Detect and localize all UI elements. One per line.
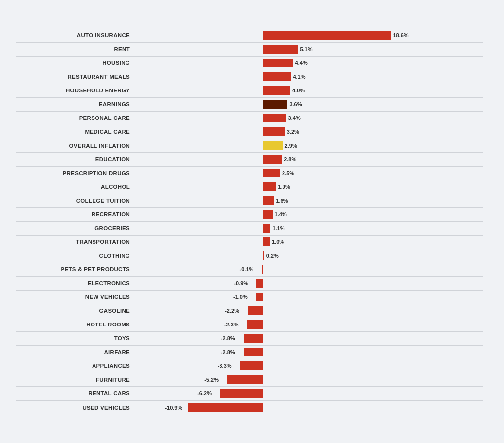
zero-line [263, 277, 263, 290]
bar-value: 3.2% [287, 129, 299, 135]
bar-row: OVERALL INFLATION2.9% [16, 139, 483, 153]
zero-line [263, 263, 263, 276]
bar [263, 155, 282, 164]
bar-row: PRESCRIPTION DRUGS2.5% [16, 167, 483, 180]
bar-value: 4.4% [295, 60, 308, 66]
bar-row: AIRFARE-2.8% [16, 346, 483, 359]
bar-chart-area: 1.1% [134, 222, 483, 235]
bar-chart-area: -5.2% [134, 373, 483, 386]
bar-label: AUTO INSURANCE [16, 32, 134, 38]
bar-label: APPLIANCES [16, 363, 134, 369]
zero-line [263, 249, 263, 263]
bar-label: HOUSEHOLD ENERGY [16, 88, 134, 93]
bar-value: -2.8% [221, 335, 504, 341]
bar-value: -0.1% [240, 266, 504, 272]
zero-line [263, 236, 263, 249]
bar-value: -2.8% [221, 349, 504, 355]
bar [256, 293, 263, 301]
bar-chart-area: 1.0% [134, 236, 483, 249]
zero-line [263, 84, 263, 97]
bar [220, 389, 263, 398]
bar-label: AIRFARE [16, 349, 134, 355]
bar [247, 320, 263, 329]
bar-row: NEW VEHICLES-1.0% [16, 291, 483, 304]
bar-row: PETS & PET PRODUCTS-0.1% [16, 263, 483, 277]
bar-row: EDUCATION2.8% [16, 153, 483, 167]
zero-line [263, 43, 263, 56]
bar-chart-area: 3.4% [134, 112, 483, 125]
bar-label: HOTEL ROOMS [16, 322, 134, 327]
bar-row: RENTAL CARS-6.2% [16, 387, 483, 401]
bar [244, 348, 263, 356]
bar [244, 334, 263, 343]
bar-value: 4.1% [293, 74, 305, 80]
bar-chart-area: 1.6% [134, 194, 483, 207]
bar [263, 210, 273, 219]
bar [263, 45, 298, 54]
bar [188, 403, 263, 412]
bar-value: 4.0% [292, 88, 305, 93]
bar-row: MEDICAL CARE3.2% [16, 125, 483, 139]
bar-chart-area: -3.3% [134, 359, 483, 373]
bar-value: 3.6% [289, 101, 302, 107]
bar-label: PETS & PET PRODUCTS [16, 266, 134, 272]
bar-value: 2.9% [285, 143, 297, 148]
bar-label: NEW VEHICLES [16, 294, 134, 300]
chart-container: AUTO INSURANCE18.6%RENT5.1%HOUSING4.4%RE… [11, 19, 493, 424]
bar [263, 127, 285, 136]
bar-row: TRANSPORTATION1.0% [16, 236, 483, 249]
bar-row: ALCOHOL1.9% [16, 180, 483, 194]
bar-chart-area: -2.2% [134, 304, 483, 318]
bar-label: CLOTHING [16, 253, 134, 259]
bar [240, 361, 263, 370]
bar-chart-area: -2.8% [134, 332, 483, 345]
zero-line [263, 167, 263, 180]
bar-value: -0.9% [234, 280, 504, 286]
bar [256, 279, 263, 288]
bar-row: AUTO INSURANCE18.6% [16, 29, 483, 43]
bar-row: APPLIANCES-3.3% [16, 359, 483, 373]
bar-label: RESTAURANT MEALS [16, 74, 134, 80]
bar [263, 224, 270, 233]
bar-value: -1.0% [233, 294, 504, 300]
bar [263, 114, 286, 122]
bar-value: 2.8% [284, 156, 296, 162]
bar [263, 169, 280, 177]
bar-chart-area: -2.3% [134, 318, 483, 331]
bar-label: ELECTRONICS [16, 280, 134, 286]
zero-line [263, 291, 263, 304]
bar-chart-area: 4.4% [134, 57, 483, 70]
bar-row: HOTEL ROOMS-2.3% [16, 318, 483, 332]
bar-label: TRANSPORTATION [16, 239, 134, 245]
zero-line [263, 387, 263, 400]
bar [248, 306, 263, 315]
bar-row: HOUSEHOLD ENERGY4.0% [16, 84, 483, 98]
bar-label: FURNITURE [16, 377, 134, 383]
zero-line [263, 29, 263, 42]
bar-value: -2.2% [225, 308, 504, 314]
bar [227, 375, 263, 384]
zero-line [263, 346, 263, 359]
bar-label: MEDICAL CARE [16, 129, 134, 135]
bar-value: 1.1% [272, 225, 284, 231]
zero-line [263, 318, 263, 331]
bar-value: 3.4% [288, 115, 301, 121]
bar-label: RENTAL CARS [16, 390, 134, 396]
bar-row: RECREATION1.4% [16, 208, 483, 222]
bar-row: HOUSING4.4% [16, 57, 483, 70]
bar-chart-area: 3.2% [134, 125, 483, 139]
bar-label: USED VEHICLES [16, 405, 134, 411]
bar-label: PRESCRIPTION DRUGS [16, 170, 134, 176]
bar-label: GASOLINE [16, 308, 134, 314]
bar-chart-area: 1.9% [134, 180, 483, 194]
zero-line [263, 98, 263, 111]
bar [263, 196, 274, 205]
bar-row: CLOTHING0.2% [16, 249, 483, 263]
bar-value: 0.2% [266, 253, 279, 259]
bar-chart-area: -10.9% [134, 401, 483, 414]
bar [263, 59, 293, 67]
bar-chart-area: 0.2% [134, 249, 483, 263]
bar-chart-area: 2.9% [134, 139, 483, 152]
bar-value: -2.3% [224, 322, 504, 327]
bar-chart-area: 2.5% [134, 167, 483, 180]
